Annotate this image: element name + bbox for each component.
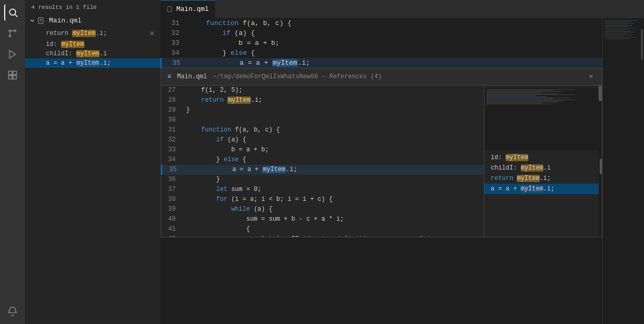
svg-rect-9 — [13, 71, 17, 75]
code-row-35: 35 a = a + myItem.i; — [161, 58, 644, 68]
references-panel-header: ≡ Main.qml ~/tmp/demoForQmlIsWhatsNew66 … — [161, 68, 602, 86]
highlight-myitem-4: myItem — [76, 59, 100, 67]
ref-highlight-1: myItem — [506, 154, 528, 161]
ref-line-32: 32 if (a) { — [161, 135, 484, 145]
references-left-panel: 27 f(i, 2, 5); 28 return myItem.i; 29 } — [161, 86, 484, 237]
code-row-33: 33 b = a + b; — [161, 38, 644, 48]
svg-point-3 — [14, 30, 16, 31]
ref-item-1[interactable]: id: myItem — [484, 152, 599, 163]
chevron-down-icon — [29, 18, 35, 24]
svg-point-2 — [9, 30, 10, 31]
ref-line-42a: 42 let i = 32 // not a definition nor us… — [161, 234, 484, 237]
ref-highlight-3: myItem — [517, 175, 539, 182]
ref-item-3[interactable]: return myItem.i; — [484, 173, 599, 184]
svg-point-4 — [9, 35, 10, 37]
svg-line-1 — [15, 15, 18, 17]
highlight-myitem-2: myItem — [61, 41, 84, 48]
search-result-file[interactable]: Main.qml — [25, 15, 161, 27]
result-text: return myItem.i; — [46, 30, 107, 37]
search-result-line-2[interactable]: id: myItem — [25, 40, 161, 49]
svg-rect-10 — [9, 76, 13, 79]
svg-rect-8 — [9, 71, 13, 75]
ref-highlight-4: myItem — [521, 185, 543, 193]
code-row-32: 32 if (a) { — [161, 28, 644, 38]
tab-bar: Main.qml — [161, 0, 644, 18]
ref-line-29: 29 } — [161, 105, 484, 115]
result-close-1[interactable]: ✕ — [148, 28, 156, 39]
ref-line-39a: 39 while (a) { — [161, 205, 484, 214]
search-results-list: return myItem.i; ✕ id: myItem childI: my… — [25, 27, 161, 68]
ref-line-34: 34 } else { — [161, 155, 484, 165]
svg-rect-15 — [168, 6, 172, 11]
references-scrollbar[interactable] — [599, 86, 602, 237]
search-result-line[interactable]: return myItem.i; ✕ — [25, 27, 161, 40]
ref-line-36a: 36 } — [161, 175, 484, 185]
ref-highlight-2: myItem — [521, 164, 543, 172]
top-section: 27 f(i, 2, 5); 28 return myItem.i; 29 } — [161, 86, 484, 237]
svg-marker-7 — [9, 51, 16, 58]
ref-line-33: 33 b = a + b; — [161, 145, 484, 155]
sidebar-results-count: 4 results in 1 file — [31, 4, 96, 10]
result-text-3: childI: myItem.i — [46, 50, 107, 57]
tab-label: Main.qml — [176, 5, 209, 13]
references-panel: ≡ Main.qml ~/tmp/demoForQmlIsWhatsNew66 … — [161, 68, 602, 237]
scrollbar-thumb-2 — [600, 159, 602, 174]
sidebar-header: 4 results in 1 file — [25, 0, 161, 15]
tab-main-qml[interactable]: Main.qml — [161, 0, 215, 18]
svg-point-0 — [9, 9, 16, 15]
run-debug-icon[interactable] — [4, 46, 21, 63]
svg-rect-11 — [13, 76, 17, 79]
file-tab-icon — [167, 6, 173, 13]
file-name: Main.qml — [49, 17, 81, 25]
ref-line-37a: 37 let sum = 0; — [161, 185, 484, 195]
code-row-34: 34 } else { — [161, 48, 644, 58]
extensions-icon[interactable] — [4, 67, 21, 83]
ref-line-28: 28 return myItem.i; — [161, 95, 484, 105]
activity-bar — [0, 0, 25, 324]
editor-container: 31 function f(a, b, c) { 32 if (a) { 33 … — [161, 18, 644, 324]
references-file-path: ≡ Main.qml ~/tmp/demoForQmlIsWhatsNew66 … — [167, 73, 382, 80]
ref-line-31: 31 function f(a, b, c) { — [161, 125, 484, 135]
ref-line-41a: 41 { — [161, 224, 484, 234]
references-split: 27 f(i, 2, 5); 28 return myItem.i; 29 } — [161, 86, 602, 237]
ref-item-2[interactable]: childI: myItem.i — [484, 163, 599, 173]
sidebar: 4 results in 1 file Main.qml return myIt… — [25, 0, 161, 324]
references-path: ~/tmp/demoForQmlIsWhatsNew66 - Reference… — [213, 73, 382, 80]
result-text-4: a = a + myItem.i; — [46, 59, 111, 67]
references-right-panel: id: myItem childI: myItem.i return myIte… — [484, 86, 599, 237]
search-result-line-3[interactable]: childI: myItem.i — [25, 49, 161, 58]
debug-icon[interactable] — [4, 303, 21, 320]
minimap-scroll-indicator — [641, 29, 643, 60]
ref-line-40a: 40 sum = sum + b - c + a * i; — [161, 214, 484, 224]
references-close-button[interactable]: × — [587, 71, 596, 82]
minimap-area — [484, 88, 599, 150]
ref-line-27: 27 f(i, 2, 5); — [161, 86, 484, 95]
result-text-2: id: myItem — [46, 41, 84, 48]
ref-line-38a: 38 for (i = a; i < b; i = i + c) { — [161, 195, 484, 205]
code-row-31: 31 function f(a, b, c) { — [161, 18, 644, 28]
editor-minimap — [602, 18, 644, 324]
source-control-icon[interactable] — [4, 25, 21, 42]
main-editor-area: Main.qml 31 function f(a, b, c) { 32 if … — [161, 0, 644, 324]
file-icon — [38, 17, 45, 25]
highlight-myitem-3: myItem — [76, 50, 100, 57]
search-result-line-4[interactable]: a = a + myItem.i; — [25, 58, 161, 68]
highlight-myitem: myItem — [72, 30, 95, 37]
search-icon[interactable] — [4, 4, 21, 21]
top-code-block: 31 function f(a, b, c) { 32 if (a) { 33 … — [161, 18, 644, 68]
ref-line-35: 35 a = a + myItem.i; — [161, 165, 484, 175]
scrollbar-thumb — [599, 86, 602, 101]
ref-line-30: 30 — [161, 115, 484, 125]
ref-item-4[interactable]: a = a + myItem.i; — [484, 184, 599, 194]
